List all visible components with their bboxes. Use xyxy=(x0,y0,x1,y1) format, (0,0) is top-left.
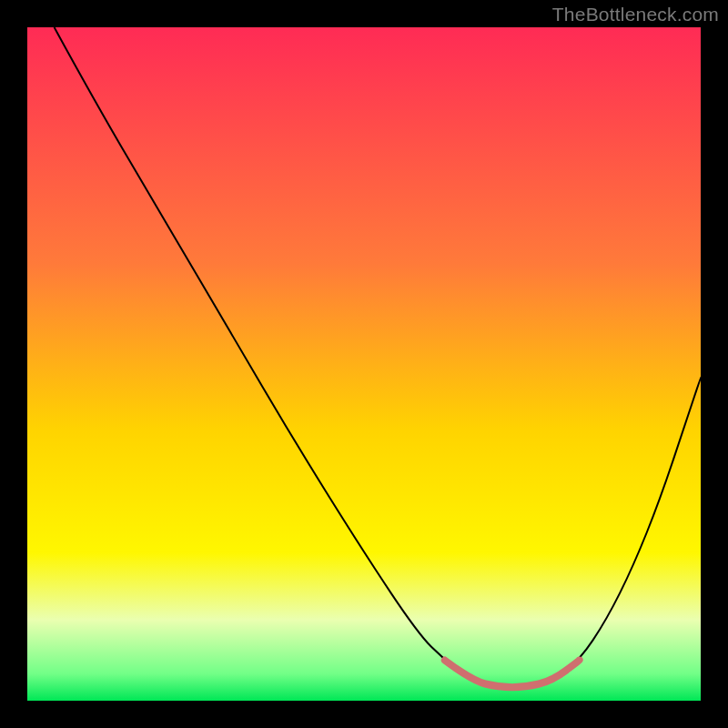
bottleneck-chart xyxy=(27,27,701,701)
chart-frame: TheBottleneck.com xyxy=(0,0,728,728)
attribution-text: TheBottleneck.com xyxy=(552,4,719,25)
plot-area xyxy=(27,27,701,701)
gradient-background xyxy=(27,27,701,701)
